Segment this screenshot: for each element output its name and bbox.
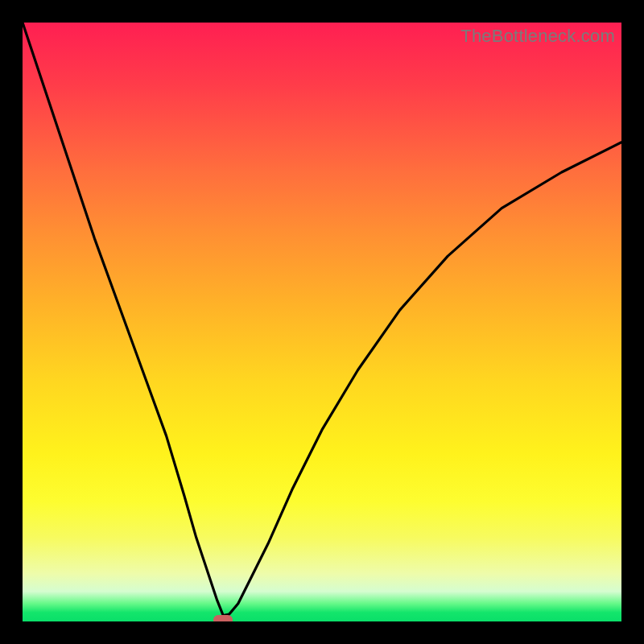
plot-area: TheBottleneck.com [23,23,621,621]
bottleneck-curve [23,23,621,621]
chart-frame: TheBottleneck.com [0,0,644,644]
watermark-text: TheBottleneck.com [460,26,615,47]
optimum-marker [213,615,233,621]
